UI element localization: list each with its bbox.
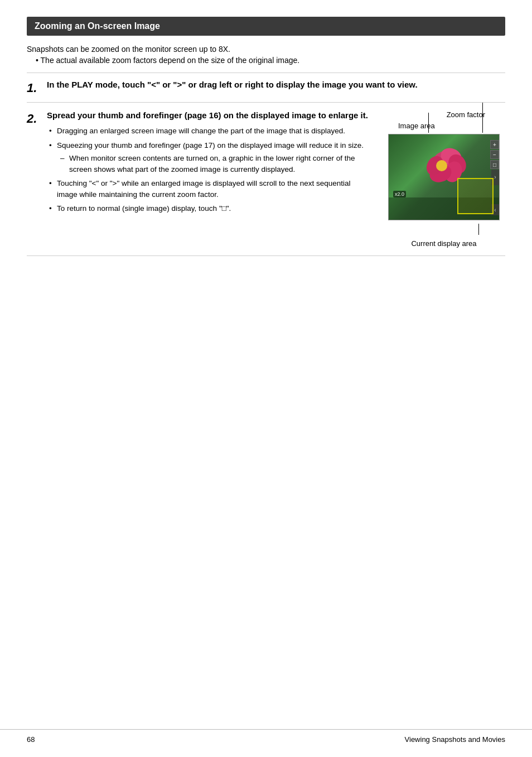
- image-area-label: Image area: [398, 122, 435, 130]
- list-item: When monitor screen contents are turned …: [57, 153, 371, 175]
- step-2-number: 2.: [27, 110, 47, 248]
- image-buttons: + − □: [490, 140, 499, 169]
- page: Zooming an On-screen Image Snapshots can…: [0, 0, 532, 757]
- zoom-in-button[interactable]: +: [490, 140, 499, 149]
- step-1-text: In the PLAY mode, touch "<" or ">" or dr…: [47, 80, 505, 89]
- list-item: Dragging an enlarged screen image will c…: [47, 126, 371, 137]
- current-display-overlay: [457, 178, 494, 214]
- step-1-number: 1.: [27, 80, 47, 95]
- step-2-title: Spread your thumb and forefinger (page 1…: [47, 110, 371, 120]
- image-area: Zoom factor Image area: [383, 110, 505, 248]
- list-item: Squeezing your thumb and forefinger (pag…: [47, 140, 371, 175]
- step-1-content: In the PLAY mode, touch "<" or ">" or dr…: [47, 80, 505, 95]
- footer-page-number: 68: [27, 735, 35, 744]
- list-item: Touching "<" or ">" while an enlarged im…: [47, 178, 371, 200]
- footer-section-title: Viewing Snapshots and Movies: [405, 735, 505, 744]
- display-button[interactable]: □: [490, 160, 499, 169]
- step-2: 2. Spread your thumb and forefinger (pag…: [27, 103, 505, 256]
- zoom-out-button[interactable]: −: [490, 150, 499, 159]
- zoom-factor-label: Zoom factor: [447, 110, 485, 119]
- intro-bullet: • The actual available zoom factors depe…: [36, 56, 505, 65]
- current-display-label: Current display area: [411, 239, 476, 248]
- step-2-bullets: Dragging an enlarged screen image will c…: [47, 126, 371, 214]
- step-2-content: Spread your thumb and forefinger (page 1…: [47, 110, 505, 248]
- zoom-indicator: x2.0: [393, 191, 406, 197]
- page-footer: 68 Viewing Snapshots and Movies: [0, 729, 532, 744]
- step-1: 1. In the PLAY mode, touch "<" or ">" or…: [27, 73, 505, 103]
- step-2-text-area: Spread your thumb and forefinger (page 1…: [47, 110, 371, 248]
- camera-image: x2.0 + − □ › ‹: [388, 134, 500, 220]
- sub-bullets: When monitor screen contents are turned …: [57, 153, 371, 175]
- intro-main: Snapshots can be zoomed on the monitor s…: [27, 45, 505, 54]
- page-title: Zooming an On-screen Image: [27, 17, 505, 36]
- list-item: To return to normal (single image) displ…: [47, 203, 371, 214]
